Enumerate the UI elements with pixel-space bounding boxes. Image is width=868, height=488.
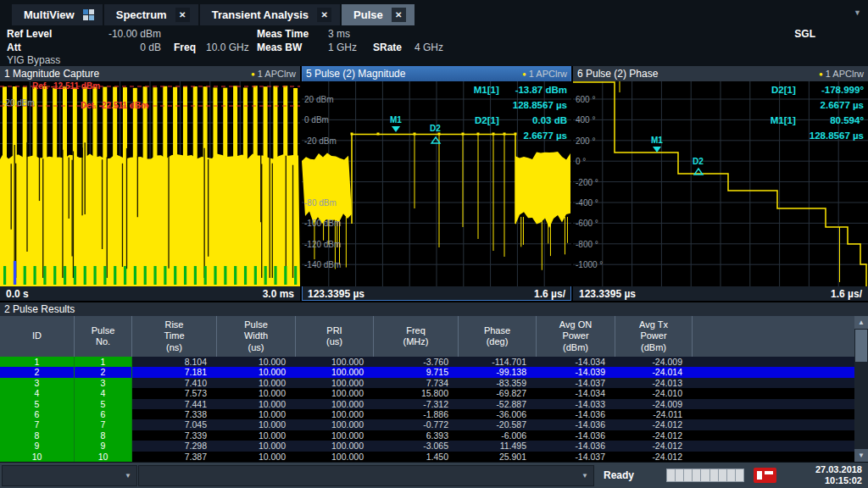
table-row[interactable]: 337.41010.000100.0007.734-83.359-14.037-… <box>0 378 868 388</box>
cell-0: 8 <box>0 430 75 441</box>
pulse-results-header: IDPulse No.Rise Time (ns)Pulse Width (us… <box>0 316 868 357</box>
readout-marker-value: -13.87 dBm <box>513 82 567 97</box>
y-axis-tick: -20 dBm <box>3 97 35 107</box>
trace-dot-icon: ● <box>522 70 526 78</box>
cell-filler <box>693 452 854 462</box>
scroll-up-icon[interactable]: ▲ <box>854 316 868 329</box>
window-pulse-phase: 6 Pulse (2) Phase ●1 APClrw 600 °400 °20… <box>573 66 868 301</box>
tab-multiview[interactable]: MultiView <box>12 4 103 25</box>
column-header-2: Rise Time (ns) <box>132 316 217 357</box>
y-axis-tick: 600 ° <box>576 95 595 104</box>
y-axis-tick: -20 dBm <box>304 136 337 145</box>
close-icon[interactable]: ✕ <box>392 8 406 22</box>
cell-2: 7.045 <box>132 419 217 430</box>
column-header-8: Avg Tx Power (dBm) <box>615 316 693 357</box>
ref-level-value: -10.00 dBm <box>85 28 161 40</box>
table-row[interactable]: 10107.38710.000100.0001.45025.901-14.037… <box>0 452 868 462</box>
cell-5: 9.715 <box>374 367 459 377</box>
table-row[interactable]: 118.10410.000100.000-3.760-114.701-14.03… <box>0 357 868 367</box>
cell-3: 10.000 <box>217 452 296 462</box>
meas-bw-label: Meas BW <box>257 42 302 53</box>
cell-2: 7.441 <box>132 399 217 409</box>
cell-0: 3 <box>0 378 75 388</box>
rs-logo-icon <box>754 468 776 483</box>
table-row[interactable]: 997.29810.000100.000-3.06511.495-14.036-… <box>0 441 868 451</box>
table-row[interactable]: 667.33810.000100.000-1.886-36.006-14.036… <box>0 409 868 419</box>
cell-4: 100.000 <box>296 409 374 419</box>
marker-d2-label[interactable]: D2 <box>430 124 441 133</box>
y-axis-tick: 0 ° <box>576 157 586 166</box>
readout-marker-value: 128.8567 µs <box>513 97 567 113</box>
cell-4: 100.000 <box>296 388 374 398</box>
trace-label: ●1 APClrw <box>251 69 296 79</box>
table-row[interactable]: 777.04510.000100.000-0.772-20.587-14.036… <box>0 419 868 430</box>
cell-4: 100.000 <box>296 357 374 367</box>
freq-value: 10.0 GHz <box>206 42 249 53</box>
table-row[interactable]: 447.57310.000100.00015.800-69.827-14.034… <box>0 388 868 398</box>
readout-marker-name: D2[1] <box>474 113 499 128</box>
window-pulse-magnitude: 5 Pulse (2) Magnitude ●1 APClrw 20 dBm0 … <box>302 66 571 301</box>
table-row[interactable]: 887.33910.000100.0006.393-6.006-14.036-2… <box>0 430 868 441</box>
table-scrollbar[interactable]: ▲ ▼ <box>854 316 868 462</box>
cell-6: -6.006 <box>459 430 537 441</box>
cell-2: 7.387 <box>132 452 217 462</box>
cell-4: 100.000 <box>296 430 374 441</box>
cell-7: -14.037 <box>537 452 615 462</box>
marker-m1-label[interactable]: M1 <box>651 136 663 145</box>
x-scale: 1.6 µs/ <box>831 288 862 300</box>
cell-5: -3.760 <box>374 357 459 367</box>
dropdown-icon: ▼ <box>581 472 588 480</box>
readout-marker-name: M1[1] <box>474 82 499 97</box>
cell-8: -24.012 <box>615 452 693 462</box>
cell-5: -0.772 <box>374 419 459 430</box>
att-value: 0 dB <box>108 42 161 53</box>
scrollbar-thumb[interactable] <box>855 330 867 362</box>
marker-readout: D2[1]-178.999°2.6677 µsM1[1]80.594°128.8… <box>771 82 864 143</box>
tab-spectrum[interactable]: Spectrum✕ <box>104 4 198 25</box>
cell-3: 10.000 <box>217 378 296 388</box>
cell-3: 10.000 <box>217 388 296 398</box>
cell-filler <box>693 378 854 388</box>
marker-d2-label[interactable]: D2 <box>693 157 704 166</box>
settings-bar: Ref Level -10.00 dBm Meas Time 3 ms SGL … <box>0 25 868 66</box>
close-icon[interactable]: ✕ <box>317 8 331 22</box>
pulse-results-body: 118.10410.000100.000-3.760-114.701-14.03… <box>0 357 868 462</box>
cell-0: 6 <box>0 409 75 419</box>
cell-7: -14.036 <box>537 419 615 430</box>
time: 10:15:02 <box>815 475 862 486</box>
cell-3: 10.000 <box>217 357 296 367</box>
readout-marker-value: 0.03 dB <box>513 113 567 128</box>
cell-3: 10.000 <box>217 409 296 419</box>
column-header-4: PRI (us) <box>296 316 374 357</box>
tab-menu-icon[interactable]: ▼ <box>854 8 861 17</box>
table-row[interactable]: 227.18110.000100.0009.715-99.138-14.039-… <box>0 367 868 377</box>
cell-7: -14.034 <box>537 357 615 367</box>
tab-transient-analysis[interactable]: Transient Analysis✕ <box>200 4 340 25</box>
window-magnitude-capture: 1 Magnitude Capture ●1 APClrw Ref. -12.5… <box>0 66 300 301</box>
column-header-1: Pulse No. <box>75 316 132 357</box>
pulse-magnitude-titlebar[interactable]: 5 Pulse (2) Magnitude ●1 APClrw <box>302 66 571 81</box>
readout-marker-name <box>771 97 796 113</box>
cell-2: 7.339 <box>132 430 217 441</box>
table-row[interactable]: 557.44110.000100.000-7.312-52.887-14.033… <box>0 399 868 409</box>
cell-8: -24.009 <box>615 399 693 409</box>
cell-1: 10 <box>75 452 132 462</box>
pulse-phase-titlebar[interactable]: 6 Pulse (2) Phase ●1 APClrw <box>573 66 868 81</box>
column-header-6: Phase (deg) <box>459 316 537 357</box>
pulse-magnitude-plot: 20 dBm0 dBm-20 dBm-80 dBm-100 dBm-120 dB… <box>302 81 571 286</box>
status-bar: ▼ ▼ Ready 27.03.2018 10:15:02 <box>0 462 868 488</box>
att-label: Att <box>7 42 21 53</box>
column-header-7: Avg ON Power (dBm) <box>537 316 615 357</box>
status-dropdown-main[interactable]: ▼ <box>138 465 594 486</box>
marker-m1-label[interactable]: M1 <box>390 115 402 125</box>
pulse-phase-title: 6 Pulse (2) Phase <box>577 68 658 80</box>
tab-pulse[interactable]: Pulse✕ <box>342 4 415 25</box>
cell-6: -52.887 <box>459 399 537 409</box>
column-header-filler <box>693 316 868 357</box>
srate-value: 4 GHz <box>415 42 443 53</box>
magnitude-capture-titlebar[interactable]: 1 Magnitude Capture ●1 APClrw <box>0 66 300 81</box>
close-icon[interactable]: ✕ <box>175 8 190 22</box>
scroll-down-icon[interactable]: ▼ <box>854 449 868 462</box>
y-axis-tick: 200 ° <box>576 136 595 145</box>
status-dropdown-left[interactable]: ▼ <box>2 465 137 486</box>
